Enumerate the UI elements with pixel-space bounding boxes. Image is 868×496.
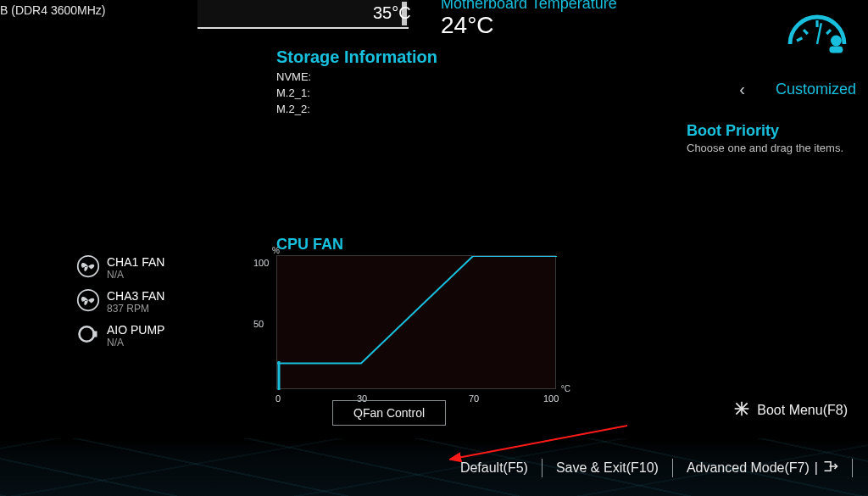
divider-pipe: | xyxy=(815,460,818,476)
memory-summary: B (DDR4 3600MHz) xyxy=(0,3,105,17)
default-button[interactable]: Default(F5) xyxy=(447,460,542,476)
svg-rect-6 xyxy=(829,46,843,53)
advanced-mode-label: Advanced Mode(F7) xyxy=(687,460,810,476)
fan-value: N/A xyxy=(107,337,164,348)
fan-name: AIO PUMP xyxy=(107,323,164,337)
boot-menu-label: Boot Menu(F8) xyxy=(757,403,848,418)
exit-icon xyxy=(823,460,838,476)
boot-menu-button[interactable]: Boot Menu(F8) xyxy=(733,400,848,421)
y-tick-100: 100 xyxy=(253,258,269,268)
save-exit-button[interactable]: Save & Exit(F10) xyxy=(542,460,672,476)
chassis-fans-list: CHA1 FAN N/A CHA3 FAN 837 RPM AIO PUMP N… xyxy=(76,254,164,356)
x-tick-100: 100 xyxy=(543,393,559,404)
storage-information: Storage Information NVME: M.2_1: M.2_2: xyxy=(276,47,437,115)
fan-curve-plot[interactable]: % 100 50 0 30 70 100 °C xyxy=(276,255,556,389)
fan-icon xyxy=(76,254,100,281)
divider xyxy=(852,459,853,477)
x-tick-0: 0 xyxy=(275,393,281,404)
profile-gauge-icon xyxy=(783,7,851,54)
fan-value: 837 RPM xyxy=(107,303,164,315)
fan-icon xyxy=(76,288,100,315)
chevron-left-icon[interactable]: ‹ xyxy=(739,80,745,99)
storage-slot-1: M.2_1: xyxy=(276,86,437,99)
svg-point-5 xyxy=(831,36,842,47)
storage-slot-2: M.2_2: xyxy=(276,103,437,115)
profile-selector[interactable]: ‹ Customized xyxy=(739,80,856,99)
storage-heading: Storage Information xyxy=(276,47,437,67)
x-axis-unit: °C xyxy=(561,384,570,393)
svg-line-0 xyxy=(797,38,802,41)
pump-icon xyxy=(76,322,100,349)
boot-priority-subtitle: Choose one and drag the items. xyxy=(687,142,856,154)
fan-row-cha1[interactable]: CHA1 FAN N/A xyxy=(76,254,164,281)
qfan-control-button[interactable]: QFan Control xyxy=(332,400,446,426)
bottom-bar: Default(F5) Save & Exit(F10) Advanced Mo… xyxy=(0,438,868,496)
bottom-actions: Default(F5) Save & Exit(F10) Advanced Mo… xyxy=(447,459,853,477)
motherboard-temp-label: Motherboard Temperature xyxy=(441,0,617,13)
fan-row-aio[interactable]: AIO PUMP N/A xyxy=(76,322,164,349)
profile-label: Customized xyxy=(776,81,856,98)
boot-priority-title: Boot Priority xyxy=(687,122,856,140)
cpu-fan-chart-title: CPU FAN xyxy=(276,236,565,254)
y-tick-50: 50 xyxy=(253,319,264,329)
x-tick-70: 70 xyxy=(469,393,479,404)
svg-rect-10 xyxy=(92,332,97,337)
fan-name: CHA1 FAN xyxy=(107,255,164,269)
advanced-mode-button[interactable]: Advanced Mode(F7) | xyxy=(673,460,852,476)
cpu-fan-chart: CPU FAN % 100 50 0 30 70 100 °C xyxy=(276,236,565,389)
fan-row-cha3[interactable]: CHA3 FAN 837 RPM xyxy=(76,288,164,315)
svg-point-9 xyxy=(80,326,95,342)
storage-nvme-label: NVME: xyxy=(276,70,437,83)
motherboard-temp-value: 24°C xyxy=(441,12,494,39)
fan-value: N/A xyxy=(107,269,164,281)
cpu-temperature-value: 35°C xyxy=(373,3,411,23)
svg-line-1 xyxy=(804,30,808,34)
svg-line-3 xyxy=(826,30,831,34)
y-axis-unit: % xyxy=(272,246,280,255)
asterisk-icon xyxy=(733,400,750,421)
fan-name: CHA3 FAN xyxy=(107,289,164,303)
boot-priority-panel[interactable]: Boot Priority Choose one and drag the it… xyxy=(687,122,856,154)
fan-curve-line xyxy=(277,256,557,390)
